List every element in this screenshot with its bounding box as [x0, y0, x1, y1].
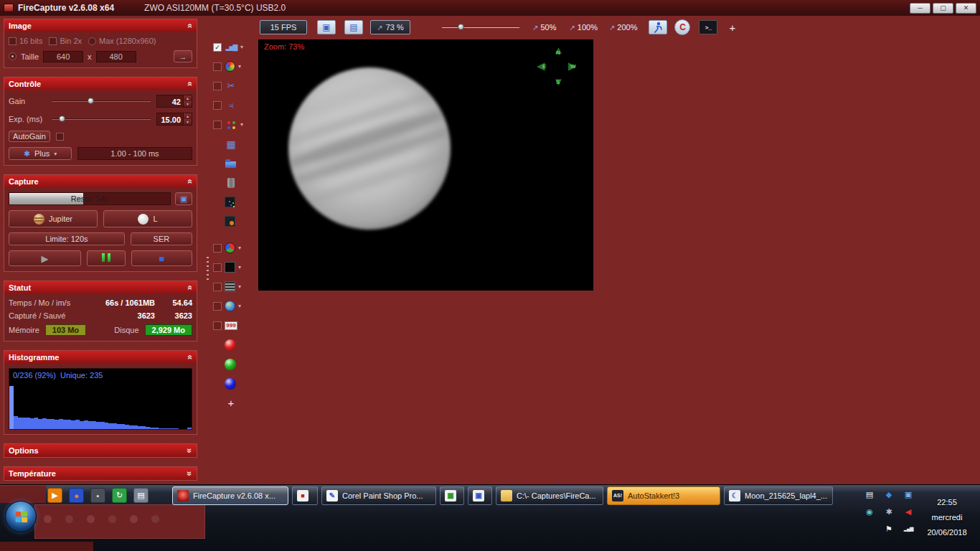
gray-level[interactable]: ▾ [213, 280, 256, 293]
browser-icon[interactable]: ● [69, 488, 84, 503]
taskbar-button-firecapture[interactable]: FireCapture v2.6.08 x... [172, 486, 288, 505]
collapse-up-icon[interactable]: » [187, 179, 194, 184]
collapse-up-icon[interactable]: » [187, 24, 194, 29]
exposure-slider[interactable] [52, 115, 151, 123]
reticle-overlay-dropdown-icon[interactable]: ▾ [238, 63, 241, 70]
collapse-up-icon[interactable]: » [187, 286, 194, 291]
filter-button[interactable]: L [103, 210, 192, 227]
exposure-spinner[interactable]: 15.00 ▲▼ [156, 113, 192, 126]
snapshot-tool[interactable]: ▦ [213, 137, 256, 151]
pause-capture-button[interactable] [87, 250, 126, 266]
black-level-dropdown-icon[interactable]: ▾ [238, 264, 241, 270]
calendar-icon[interactable]: ▦ [225, 138, 237, 151]
histogram-icon[interactable]: ▂▅▇ [225, 41, 237, 54]
notes-app-icon[interactable]: ▤ [133, 488, 149, 503]
options-panel-header[interactable]: Options » [4, 444, 197, 457]
alignment-points-checkbox[interactable] [213, 121, 222, 129]
taskbar-button-moon-image[interactable]: ☾Moon_215625_lapl4_... [724, 486, 833, 505]
exposure-up-icon[interactable]: ▲ [183, 113, 192, 119]
white-balance-dropdown-icon[interactable]: ▾ [238, 303, 241, 309]
graybar-icon[interactable] [225, 281, 235, 292]
height-input[interactable] [96, 51, 136, 62]
capture-panel-header[interactable]: Capture » [4, 175, 197, 188]
bin2x-checkbox[interactable] [49, 37, 57, 45]
collapse-up-icon[interactable]: » [187, 355, 194, 360]
plus-dropdown-button[interactable]: ✱ Plus ▾ [9, 147, 72, 160]
fps-button[interactable]: 15 FPS [260, 20, 307, 34]
autogain-button[interactable]: AutoGain [9, 131, 50, 142]
exposure-range-field[interactable]: 1.00 - 100 ms [77, 147, 192, 160]
statut-panel-header[interactable]: Statut » [4, 281, 197, 294]
exposure-slider-thumb[interactable] [59, 116, 65, 122]
open-folder[interactable] [213, 156, 256, 170]
exposure-down-icon[interactable]: ▼ [183, 119, 192, 125]
format-button[interactable]: SER [131, 232, 192, 245]
width-input[interactable] [43, 51, 83, 62]
white-balance-checkbox[interactable] [213, 302, 222, 311]
crop-tool-checkbox[interactable] [213, 82, 222, 90]
colorwheel2-icon[interactable] [225, 242, 235, 253]
scissors-icon[interactable]: ✂ [225, 80, 237, 93]
dark-frame[interactable] [213, 195, 256, 209]
maximize-button[interactable]: ▢ [933, 3, 953, 14]
max-resolution-radio[interactable] [88, 37, 96, 45]
apply-size-button[interactable]: → [174, 50, 192, 62]
start-button[interactable] [5, 501, 37, 532]
frame-limit-checkbox[interactable] [213, 321, 222, 330]
histogram-overlay-checkbox[interactable]: ✓ [213, 43, 222, 52]
autogain-checkbox[interactable] [56, 133, 64, 141]
zoom-slider-thumb[interactable] [458, 24, 464, 30]
zoom-50-button[interactable]: ↗ 50% [532, 23, 556, 32]
eye-icon[interactable]: ◉ [864, 506, 875, 517]
plus-icon[interactable]: + [225, 397, 237, 410]
planet-detect-checkbox[interactable] [213, 101, 222, 110]
display-icon[interactable]: ▣ [903, 489, 914, 500]
taskbar-button-red-app[interactable]: ■ [292, 486, 318, 505]
collapse-down-icon[interactable]: » [187, 448, 194, 453]
frame-limit[interactable]: 999 [213, 319, 256, 332]
settings-icon[interactable]: ✱ [883, 506, 895, 517]
add-tool[interactable]: + [213, 396, 256, 410]
record-info-button[interactable]: C [674, 19, 690, 35]
flat-frame[interactable] [213, 215, 256, 228]
green-channel[interactable] [213, 357, 256, 371]
debayer-dropdown-icon[interactable]: ▾ [238, 245, 241, 251]
controle-panel-header[interactable]: Contrôle » [4, 77, 197, 90]
add-toolbar-button[interactable]: + [729, 22, 735, 34]
gain-up-icon[interactable]: ▲ [183, 95, 192, 101]
histogram-overlay-dropdown-icon[interactable]: ▾ [240, 44, 243, 50]
black-level-checkbox[interactable] [213, 263, 222, 272]
crop-tool[interactable]: ✂ [213, 79, 256, 93]
sphere-red-icon[interactable] [225, 339, 236, 351]
blue-channel[interactable] [213, 377, 256, 390]
reticle-overlay-checkbox[interactable] [213, 62, 222, 71]
taskbar-button-blue-app[interactable]: ▣ [468, 486, 492, 505]
gray-level-dropdown-icon[interactable]: ▾ [238, 283, 241, 290]
zoom-100-button[interactable]: ↗ 100% [569, 23, 598, 32]
bluetooth-icon[interactable]: ◆ [883, 489, 895, 500]
start-capture-button[interactable]: ▶ [9, 250, 81, 266]
red-channel[interactable] [213, 338, 256, 352]
gain-slider[interactable] [52, 97, 151, 105]
globe-icon[interactable] [225, 301, 235, 311]
black-level[interactable]: ▾ [213, 260, 256, 274]
planet-detect[interactable]: ♃ [213, 98, 256, 112]
histogram-overlay[interactable]: ✓▂▅▇▾ [213, 40, 256, 54]
delete-tool[interactable] [213, 176, 256, 189]
target-button[interactable]: Jupiter [9, 210, 98, 227]
flatframe-icon[interactable] [225, 216, 235, 227]
gain-slider-thumb[interactable] [88, 98, 94, 104]
dots-icon[interactable] [225, 118, 237, 131]
alignment-points-dropdown-icon[interactable]: ▾ [240, 121, 243, 128]
reticle-overlay[interactable]: ▾ [213, 60, 256, 73]
sphere-blue-icon[interactable] [225, 378, 236, 390]
collapse-up-icon[interactable]: » [187, 82, 194, 87]
zoom-level-button[interactable]: ↗ 73 % [370, 20, 410, 34]
image-panel-header[interactable]: Image » [4, 19, 197, 32]
media-player-icon[interactable]: ▶ [47, 488, 62, 503]
autorun-button[interactable] [649, 20, 667, 34]
gray-level-checkbox[interactable] [213, 283, 222, 291]
white-balance[interactable]: ▾ [213, 299, 256, 313]
darkframe-icon[interactable] [225, 197, 235, 207]
gain-spinner[interactable]: 42 ▲▼ [156, 95, 192, 108]
